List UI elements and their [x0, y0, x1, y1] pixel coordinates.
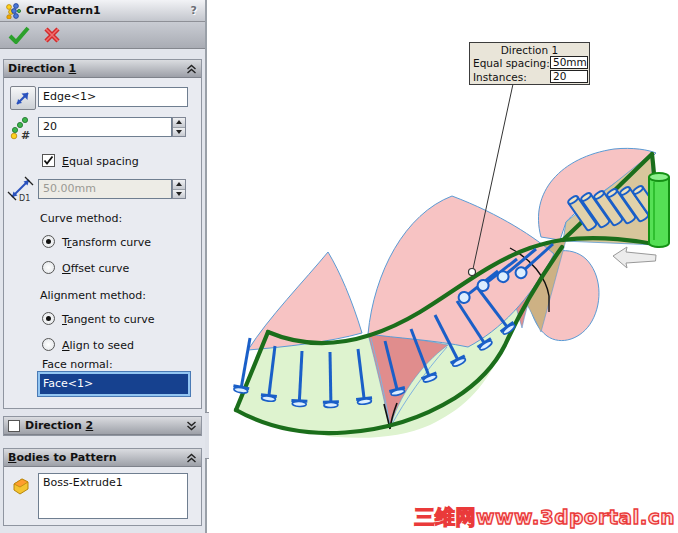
offset-curve-radio[interactable]	[42, 261, 55, 274]
instances-count-icon: #	[10, 116, 34, 140]
spinner-up-button[interactable]	[173, 118, 185, 128]
callout-instances-label: Instances:	[473, 71, 550, 83]
bodies-selection-box[interactable]: Boss-Extrude1	[38, 473, 188, 519]
transform-curve-label: Transform curve	[62, 236, 151, 249]
solid-body-icon	[11, 476, 31, 496]
face-normal-selection-box[interactable]: Face<1>	[38, 372, 190, 396]
equal-spacing-label: Equal spacing	[62, 155, 139, 168]
instances-count-input[interactable]: 20	[38, 117, 172, 137]
spacing-dimension-icon: D1	[7, 176, 37, 202]
align-to-seed-radio[interactable]	[42, 338, 55, 351]
chevron-up-icon[interactable]	[186, 64, 197, 74]
group-label: Bodies to Pattern	[8, 451, 181, 464]
cancel-button[interactable]	[43, 26, 61, 44]
help-button[interactable]: ?	[188, 4, 200, 17]
group-label: Direction 1	[8, 62, 181, 75]
group-body-direction-1: Edge<1> # 20 Equal spacing	[4, 78, 201, 408]
confirm-bar	[0, 22, 205, 49]
tangent-to-curve-label: Tangent to curve	[62, 313, 155, 326]
body-item[interactable]: Boss-Extrude1	[39, 474, 187, 491]
curve-method-label: Curve method:	[40, 212, 122, 225]
callout-title: Direction 1	[470, 43, 589, 56]
direction-arrow-icon	[13, 89, 33, 107]
spinner-down-button[interactable]	[173, 128, 185, 137]
seed-body-highlighted[interactable]	[649, 173, 669, 247]
group-bodies-to-pattern: Bodies to Pattern Boss-Extrude1	[3, 448, 202, 526]
curve-pattern-icon	[5, 3, 21, 19]
face-normal-value: Face<1>	[43, 377, 93, 390]
feature-title: CrvPattern1	[26, 4, 188, 17]
feature-titlebar: CrvPattern1 ?	[0, 0, 205, 22]
group-direction-1: Direction 1 Edge<1>	[3, 59, 202, 409]
equal-spacing-checkbox[interactable]	[42, 154, 55, 167]
spacing-spinner[interactable]	[172, 179, 186, 199]
property-manager-panel: CrvPattern1 ? Direction 1	[0, 0, 207, 533]
direction-manipulator-arrow[interactable]	[613, 247, 656, 268]
callout-anchor-point[interactable]	[469, 269, 476, 276]
graphics-area[interactable]: Direction 1 Equal spacing: 50mm Instance…	[209, 0, 678, 533]
spinner-down-button[interactable]	[173, 190, 185, 199]
chevron-up-icon[interactable]	[186, 453, 197, 463]
alignment-method-label: Alignment method:	[40, 289, 146, 302]
svg-text:#: #	[21, 129, 30, 140]
group-body-bodies: Boss-Extrude1	[4, 467, 201, 525]
chevron-down-icon[interactable]	[186, 421, 197, 431]
align-to-seed-label: Align to seed	[62, 339, 134, 352]
pattern-edge-input[interactable]: Edge<1>	[38, 87, 188, 107]
face-normal-label: Face normal:	[42, 358, 113, 371]
model-3d-view[interactable]	[209, 0, 678, 533]
solidworks-window: CrvPattern1 ? Direction 1	[0, 0, 678, 533]
group-header-bodies[interactable]: Bodies to Pattern	[4, 449, 201, 467]
callout-instances-value[interactable]: 20	[550, 70, 588, 83]
spacing-value-input: 50.00mm	[38, 179, 172, 199]
ok-button[interactable]	[7, 26, 31, 44]
tangent-to-curve-radio[interactable]	[42, 312, 55, 325]
group-header-direction-1[interactable]: Direction 1	[4, 60, 201, 78]
transform-curve-radio[interactable]	[42, 235, 55, 248]
instances-spinner[interactable]	[172, 117, 186, 137]
svg-text:D1: D1	[19, 194, 30, 202]
callout-spacing-value[interactable]: 50mm	[550, 56, 588, 69]
offset-curve-label: Offset curve	[62, 262, 129, 275]
callout-spacing-label: Equal spacing:	[473, 57, 550, 69]
group-direction-2: Direction 2	[3, 416, 202, 436]
group-header-direction-2[interactable]: Direction 2	[4, 417, 201, 435]
spinner-up-button[interactable]	[173, 180, 185, 190]
group-label: Direction 2	[25, 419, 181, 432]
pattern-callout: Direction 1 Equal spacing: 50mm Instance…	[469, 42, 590, 85]
reverse-direction-button[interactable]	[10, 86, 36, 110]
direction-2-checkbox[interactable]	[8, 420, 20, 432]
watermark-text: 三维网www.3dportal.cn	[414, 504, 675, 531]
